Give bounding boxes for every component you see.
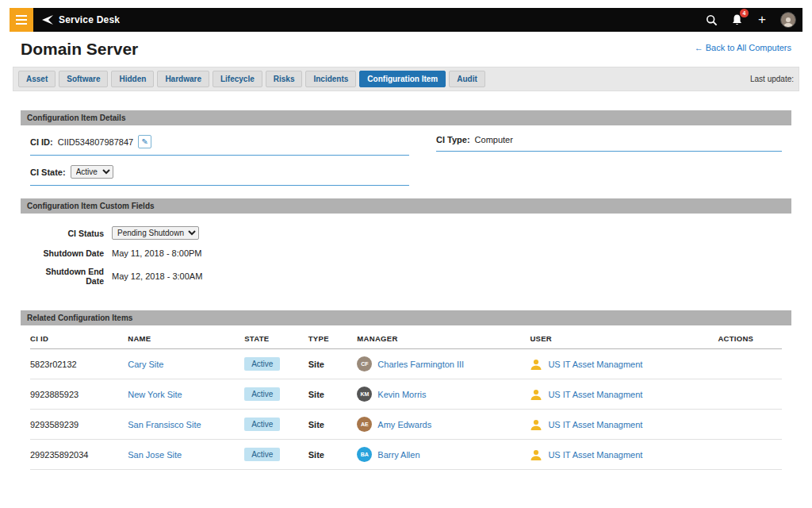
tab-asset[interactable]: Asset: [18, 71, 56, 87]
details-panel: CI ID: CIID534807987847 ✎ CI State: Acti…: [21, 125, 791, 198]
column-header-state: STATE: [244, 325, 308, 349]
search-icon[interactable]: [704, 13, 718, 27]
cell-actions: [718, 410, 782, 440]
notification-count-badge: 4: [740, 9, 749, 17]
manager-link[interactable]: Barry Allen: [377, 450, 419, 460]
last-update-label: Last update:: [750, 75, 794, 83]
tab-hardware[interactable]: Hardware: [157, 71, 209, 87]
manager-link[interactable]: Kevin Morris: [377, 390, 426, 399]
manager-avatar: KM: [357, 387, 372, 402]
state-badge: Active: [244, 418, 280, 431]
related-items-table: CI ID NAME STATE TYPE MANAGER USER ACTIO…: [30, 325, 782, 470]
manager-link[interactable]: Amy Edwards: [377, 420, 431, 429]
shutdown-end-date-row: Shutdown End Date May 12, 2018 - 3:00AM: [30, 267, 782, 286]
page-header: Domain Server ← Back to All Computers: [10, 32, 802, 65]
cell-ci-id: 299235892034: [30, 440, 128, 470]
cell-type: Site: [308, 440, 358, 470]
tab-software[interactable]: Software: [59, 71, 108, 87]
table-row: 9923885923 New York Site Active Site KMK…: [30, 379, 782, 410]
back-to-all-computers-link[interactable]: ← Back to All Computers: [695, 43, 791, 52]
manager-avatar: AE: [357, 417, 372, 432]
user-link[interactable]: US IT Asset Managment: [548, 420, 642, 429]
section-custom-fields: Configuration Item Custom Fields: [21, 198, 791, 214]
shutdown-date-row: Shutdown Date May 11, 2018 - 8:00PM: [30, 248, 782, 258]
cell-type: Site: [308, 410, 358, 440]
shutdown-end-date-label: Shutdown End Date: [30, 267, 104, 286]
column-header-actions: ACTIONS: [718, 325, 782, 349]
table-row: 9293589239 San Fransisco Site Active Sit…: [30, 410, 782, 440]
ci-type-label: CI Type:: [436, 135, 470, 144]
state-badge: Active: [244, 387, 280, 401]
user-link[interactable]: US IT Asset Managment: [548, 450, 642, 460]
ci-type-field: CI Type: Computer: [436, 135, 782, 152]
ci-status-label: CI Status: [30, 229, 104, 238]
column-header-name: NAME: [128, 325, 244, 349]
ci-id-value: CIID534807987847: [58, 137, 133, 147]
manager-avatar: CF: [357, 356, 372, 371]
user-avatar[interactable]: [780, 12, 796, 28]
pencil-icon: ✎: [141, 137, 147, 146]
tab-hidden[interactable]: Hidden: [111, 71, 154, 87]
ci-id-label: CI ID:: [30, 137, 53, 147]
cell-ci-id: 5823r02132: [30, 349, 128, 379]
tab-incidents[interactable]: Incidents: [305, 71, 356, 87]
ci-name-link[interactable]: San Fransisco Site: [128, 420, 201, 429]
user-link[interactable]: US IT Asset Managment: [548, 390, 642, 399]
brand: Service Desk: [41, 14, 120, 25]
app-frame: Service Desk 4 + Domain Server ← Back to…: [0, 0, 812, 470]
cell-actions: [718, 379, 782, 410]
cell-ci-id: 9293589239: [30, 410, 128, 440]
ci-status-row: CI Status Pending Shutdown: [30, 226, 782, 240]
table-row: 5823r02132 Cary Site Active Site CFCharl…: [30, 349, 782, 379]
custom-fields-panel: CI Status Pending Shutdown Shutdown Date…: [21, 214, 791, 299]
notifications-bell-icon[interactable]: 4: [730, 13, 744, 27]
user-group-icon: [530, 388, 542, 401]
cell-type: Site: [308, 349, 358, 379]
table-header-row: CI ID NAME STATE TYPE MANAGER USER ACTIO…: [30, 325, 782, 349]
user-group-icon: [530, 448, 542, 461]
ci-type-value: Computer: [475, 135, 513, 144]
tab-lifecycle[interactable]: Lifecycle: [213, 71, 262, 87]
back-arrow-icon: ←: [695, 43, 703, 52]
section-configuration-item-details: Configuration Item Details: [21, 110, 791, 125]
ci-id-field: CI ID: CIID534807987847 ✎: [30, 135, 409, 156]
app-title: Service Desk: [59, 14, 120, 25]
topbar: Service Desk 4 +: [10, 8, 802, 32]
hamburger-menu-button[interactable]: [10, 8, 33, 32]
shutdown-date-label: Shutdown Date: [30, 248, 104, 258]
manager-avatar: BA: [357, 447, 372, 462]
edit-ci-id-button[interactable]: ✎: [138, 135, 151, 148]
column-header-ci-id: CI ID: [30, 325, 128, 349]
cell-actions: [718, 440, 782, 470]
cell-actions: [718, 349, 782, 379]
topbar-actions: 4 +: [704, 12, 802, 28]
ci-name-link[interactable]: Cary Site: [128, 360, 163, 369]
related-items-table-wrap: CI ID NAME STATE TYPE MANAGER USER ACTIO…: [21, 325, 791, 470]
user-group-icon: [530, 358, 542, 371]
tab-risks[interactable]: Risks: [266, 71, 303, 87]
cell-ci-id: 9923885923: [30, 379, 128, 410]
ci-state-select[interactable]: Active: [71, 165, 113, 179]
user-link[interactable]: US IT Asset Managment: [548, 360, 642, 369]
shutdown-date-value: May 11, 2018 - 8:00PM: [112, 248, 202, 258]
tab-audit[interactable]: Audit: [449, 71, 485, 87]
table-row: 299235892034 San Jose Site Active Site B…: [30, 440, 782, 470]
shutdown-end-date-value: May 12, 2018 - 3:00AM: [112, 271, 202, 281]
ci-status-select[interactable]: Pending Shutdown: [112, 226, 199, 240]
tab-bar: Asset Software Hidden Hardware Lifecycle…: [13, 67, 799, 91]
section-related-configuration-items: Related Configuration Items: [21, 310, 791, 325]
ci-state-label: CI State:: [30, 167, 66, 177]
ci-state-field: CI State: Active: [30, 165, 409, 186]
cell-type: Site: [308, 379, 358, 410]
add-new-icon[interactable]: +: [755, 13, 769, 27]
user-group-icon: [530, 418, 542, 431]
column-header-type: TYPE: [308, 325, 358, 349]
state-badge: Active: [244, 448, 280, 461]
ci-name-link[interactable]: San Jose Site: [128, 450, 182, 460]
state-badge: Active: [244, 357, 280, 371]
manager-link[interactable]: Charles Farmington III: [377, 360, 464, 369]
column-header-manager: MANAGER: [357, 325, 530, 349]
column-header-user: USER: [530, 325, 718, 349]
ci-name-link[interactable]: New York Site: [128, 390, 182, 399]
tab-configuration-item[interactable]: Configuration Item: [359, 71, 446, 87]
